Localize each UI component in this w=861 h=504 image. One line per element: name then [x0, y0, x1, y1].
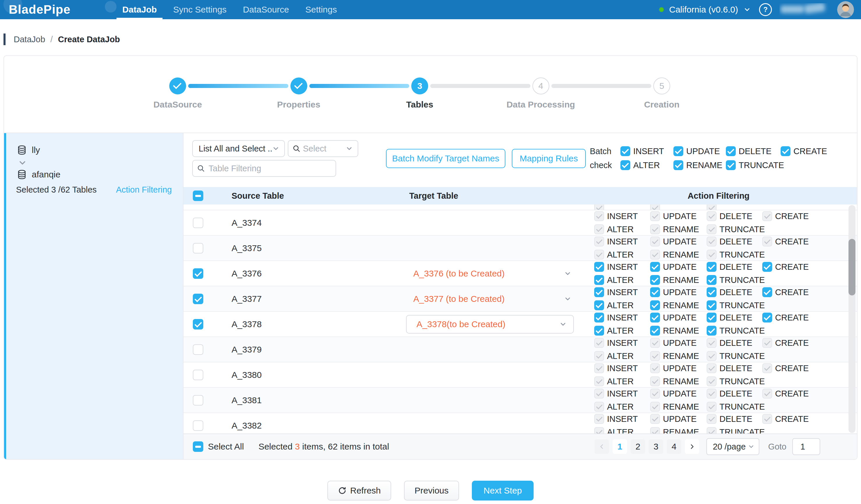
action-checkbox-update [650, 363, 660, 373]
action-checkbox-delete [707, 414, 716, 424]
previous-button[interactable]: Previous [404, 481, 459, 501]
avatar[interactable] [837, 1, 854, 18]
row-checkbox[interactable] [193, 294, 203, 304]
page-button-2[interactable]: 2 [631, 439, 645, 454]
scrollbar-track[interactable] [848, 205, 856, 433]
brand-logo[interactable]: BladePipe [9, 3, 70, 17]
select-all-checkbox[interactable] [193, 191, 203, 201]
tables-panel: List All and Select ... Select [183, 133, 857, 459]
refresh-button[interactable]: Refresh [327, 481, 391, 501]
page-button-1[interactable]: 1 [613, 439, 627, 454]
action-checkbox-rename[interactable] [650, 300, 660, 310]
action-checkbox-update[interactable] [650, 313, 660, 323]
region-version-label[interactable]: California (v0.6.0) [669, 5, 738, 15]
action-checkbox-insert[interactable] [594, 262, 604, 272]
row-checkbox[interactable] [193, 395, 203, 406]
row-checkbox[interactable] [193, 243, 203, 254]
table-filter-input[interactable] [208, 163, 331, 174]
batch-checkbox-insert[interactable] [620, 146, 630, 156]
action-checkbox-create[interactable] [762, 313, 772, 323]
step-circle-data-processing[interactable]: 4 [532, 78, 549, 94]
action-filtering-link[interactable]: Action Filtering [116, 185, 172, 195]
chevron-down-icon[interactable] [743, 6, 751, 13]
row-checkbox[interactable] [193, 370, 203, 380]
row-checkbox[interactable] [193, 344, 203, 355]
nav-item-sync-settings[interactable]: Sync Settings [165, 0, 234, 19]
action-filter-item: CREATE [762, 312, 857, 323]
batch-checkbox-rename[interactable] [673, 160, 683, 170]
datasource-sidebar[interactable]: lly afanqie Selected 3 /62 Tables Action… [4, 133, 183, 459]
step-circle-tables[interactable]: 3 [411, 78, 428, 94]
row-checkbox[interactable] [193, 268, 203, 279]
action-checkbox-update[interactable] [650, 287, 660, 297]
batch-checkbox-create[interactable] [781, 146, 791, 156]
batch-checkbox-update[interactable] [673, 146, 683, 156]
schema-select[interactable]: Select [288, 140, 358, 157]
source-table-cell: A_3379 [221, 337, 400, 362]
action-checkbox-delete[interactable] [707, 262, 716, 272]
breadcrumb-parent[interactable]: DataJob [14, 35, 45, 44]
action-checkbox-create[interactable] [762, 287, 772, 297]
action-checkbox-create[interactable] [762, 262, 772, 272]
action-checkbox-delete[interactable] [707, 287, 716, 297]
select-all-footer-checkbox[interactable] [193, 441, 203, 452]
step-circle-creation[interactable]: 5 [653, 78, 670, 94]
batch-checkbox-alter[interactable] [620, 160, 630, 170]
action-filter-cell: INSERTUPDATEDELETECREATEALTERRENAMETRUNC… [580, 413, 857, 434]
target-table-select[interactable]: A_3378(to be Created) [406, 315, 574, 333]
nav-item-datasource[interactable]: DataSource [235, 0, 297, 19]
action-checkbox-update [650, 211, 660, 221]
action-checkbox-rename[interactable] [650, 326, 660, 336]
action-checkbox-insert[interactable] [594, 313, 604, 323]
list-mode-select[interactable]: List All and Select ... [192, 140, 285, 157]
mapping-rules-button[interactable]: Mapping Rules [512, 149, 586, 168]
action-checkbox-alter [594, 250, 604, 260]
action-checkbox-truncate[interactable] [707, 300, 716, 310]
action-label: CREATE [775, 338, 809, 348]
table-header: Source Table Target Table Action Filteri… [183, 187, 857, 205]
next-page-button[interactable] [685, 439, 699, 454]
target-database-entry[interactable]: afanqie [17, 169, 183, 180]
help-icon[interactable]: ? [759, 3, 772, 16]
action-checkbox-alter[interactable] [594, 326, 604, 336]
action-checkbox-create [762, 236, 772, 246]
batch-checkbox-truncate[interactable] [726, 160, 736, 170]
step-label-properties: Properties [277, 100, 320, 110]
nav-item-datajob[interactable]: DataJob [114, 0, 165, 19]
row-checkbox[interactable] [193, 218, 203, 228]
row-checkbox[interactable] [193, 319, 203, 329]
prev-page-button [594, 439, 609, 454]
action-checkbox-alter[interactable] [594, 300, 604, 310]
page-button-4[interactable]: 4 [667, 439, 681, 454]
action-checkbox-delete[interactable] [707, 313, 716, 323]
action-label: ALTER [607, 250, 633, 260]
action-checkbox-rename[interactable] [650, 275, 660, 285]
row-checkbox[interactable] [193, 420, 203, 431]
scrollbar-thumb[interactable] [848, 239, 856, 296]
source-database-entry[interactable]: lly [17, 145, 183, 155]
nav-item-settings[interactable]: Settings [297, 0, 345, 19]
action-filter-item: INSERT [594, 261, 650, 272]
table-filter-box[interactable] [192, 160, 336, 177]
action-filter-item: CREATE [762, 363, 857, 374]
next-step-button[interactable]: Next Step [472, 481, 534, 501]
page-button-3[interactable]: 3 [649, 439, 663, 454]
target-table-select[interactable]: A_3377 (to be Created) [400, 286, 580, 311]
target-table-select[interactable]: A_3376 (to be Created) [400, 261, 580, 286]
batch-checkbox-delete[interactable] [726, 146, 736, 156]
action-checkbox-alter[interactable] [594, 275, 604, 285]
source-table-cell: A_3375 [221, 236, 400, 260]
batch-modify-target-names-button[interactable]: Batch Modify Target Names [386, 149, 505, 168]
action-checkbox-truncate[interactable] [707, 275, 716, 285]
page-size-select[interactable]: 20 /page [706, 438, 759, 455]
step-circle-properties[interactable] [290, 78, 307, 94]
action-filter-cell: INSERTUPDATEDELETECREATEALTERRENAMETRUNC… [580, 236, 857, 260]
action-label: UPDATE [663, 389, 696, 398]
source-database-name: lly [32, 145, 40, 155]
goto-page-input[interactable] [792, 438, 820, 455]
action-filter-item: DELETE [707, 261, 762, 272]
step-circle-datasource[interactable] [169, 78, 186, 94]
action-checkbox-truncate[interactable] [707, 326, 716, 336]
action-checkbox-update[interactable] [650, 262, 660, 272]
action-checkbox-insert[interactable] [594, 287, 604, 297]
